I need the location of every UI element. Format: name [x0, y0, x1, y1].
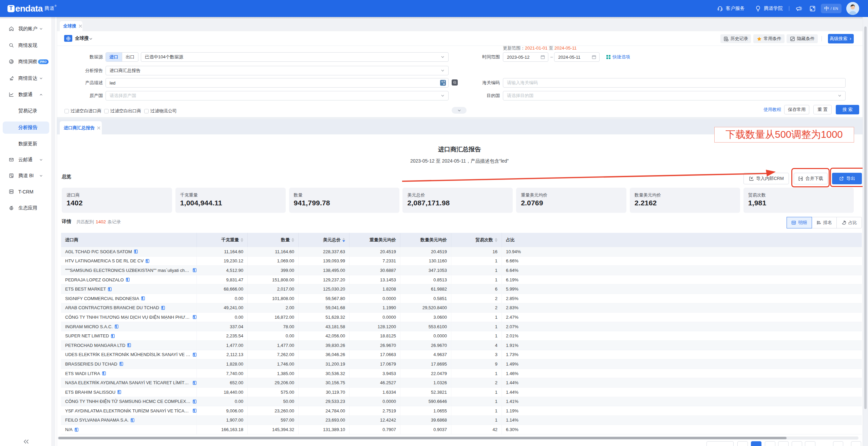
column-header[interactable]: 数量 — [248, 233, 299, 247]
table-row[interactable]: """SAMSUNG ELECTRONICS UZBEKISTAN"" mas`… — [61, 266, 862, 275]
origin-country-select[interactable]: 请选择原产国 — [106, 91, 449, 100]
company-detail-icon[interactable] — [115, 324, 118, 329]
sidebar-scrollbar[interactable] — [51, 17, 55, 446]
column-header[interactable]: 重量美元均价 — [350, 233, 400, 247]
table-row[interactable]: HTV LATINOAMERICA S DE RL DE CV 19,230.1… — [61, 257, 862, 266]
sidebar-item-cloud-mail[interactable]: 云邮通 — [0, 154, 51, 166]
table-row[interactable]: FEILO SYLVANIA PANAMA S.A. 1,907.00 597.… — [61, 416, 862, 425]
hs-code-input[interactable]: 请输入海关编码 — [503, 78, 846, 88]
vertical-scrollbar-thumb[interactable] — [864, 26, 867, 409]
table-row[interactable]: INGRAM MICRO S.A.C. 337.04 78.00 43,181.… — [61, 322, 862, 332]
sidebar-item-tendata-bi[interactable]: 腾道 BI — [0, 170, 51, 182]
company-detail-icon[interactable] — [134, 249, 138, 254]
language-switch[interactable]: 中 / EN — [821, 4, 842, 13]
table-row[interactable]: SUPER NET LIMITED 2,235.54 0.00 42,056.0… — [61, 331, 862, 341]
company-detail-icon[interactable] — [117, 390, 121, 394]
sort-icon[interactable] — [241, 238, 243, 242]
view-share[interactable]: 占比 — [836, 217, 862, 228]
sidebar-item-t-crm[interactable]: T-CRM — [0, 186, 51, 198]
table-row[interactable]: BRASSERIES DU TCHAD 1,828.00 1,746.00 31… — [61, 359, 862, 369]
column-header[interactable]: 占比 — [502, 233, 862, 247]
report-type-select[interactable]: 进口商汇总报告 — [106, 66, 449, 75]
company-detail-icon[interactable] — [141, 296, 145, 300]
table-row[interactable]: AGL TCHAD P/C SOGEA SATOM 11,164.60 11,1… — [61, 247, 862, 257]
table-row[interactable]: UDES ELEKTRİK ELEKTRONİK MÜHENDİSLİK SAN… — [61, 350, 862, 360]
company-detail-icon[interactable] — [119, 362, 123, 366]
company-detail-icon[interactable] — [161, 306, 165, 310]
checkbox-filter-blank-importer[interactable]: 过滤空白进口商 — [64, 109, 101, 113]
pagination-next-button[interactable] — [851, 441, 861, 446]
sidebar-item-biz-insight[interactable]: 商情洞察 PRO — [0, 56, 51, 68]
pagination-last-page[interactable] — [833, 441, 843, 446]
tab-importer-summary-report[interactable]: 进口商汇总报告 — [60, 121, 102, 134]
checkbox-filter-logistics[interactable]: 过滤物流公司 — [144, 109, 177, 113]
import-to-crm-button[interactable]: 导入内部CRM — [743, 173, 789, 184]
tendata-logo[interactable]: Tendata腾道® — [7, 0, 57, 17]
table-row[interactable]: CÔNG TY TNHH THƯƠNG MẠI DỊCH VỤ ĐIỆN MẠN… — [61, 313, 862, 322]
company-detail-icon[interactable] — [108, 287, 112, 291]
table-row[interactable]: PEDRAJA LOPEZ GONZALO 9,831.47 151,808.0… — [61, 275, 862, 285]
column-header[interactable]: 数量美元均价 — [400, 233, 451, 247]
fullscreen-button[interactable] — [810, 6, 815, 12]
tutorial-link[interactable]: 使用教程 — [763, 105, 781, 114]
company-detail-icon[interactable] — [111, 334, 115, 338]
sort-icon[interactable] — [342, 238, 345, 242]
tab-global-search[interactable]: 全球搜 — [60, 21, 82, 31]
pagination-page-4[interactable] — [792, 441, 802, 446]
pagination-prev-button[interactable] — [737, 441, 748, 446]
favorite-conditions-button[interactable]: 常用条件 — [753, 34, 785, 43]
academy-link[interactable]: 腾道学院 — [755, 5, 783, 12]
merge-download-button[interactable]: 合并下载 — [794, 173, 828, 184]
company-detail-icon[interactable] — [127, 343, 131, 347]
advanced-search-button[interactable]: 高级搜索 — [828, 34, 854, 43]
table-row[interactable]: ETS WADI LITRA 7,740.00 1,385.00 30,536.… — [61, 369, 862, 378]
sidebar-item-trade-records[interactable]: 贸易记录 — [0, 105, 51, 117]
date-from-input[interactable]: 2023-05-12 — [503, 52, 548, 62]
sidebar-item-data-updates[interactable]: 数据更新 — [0, 138, 51, 150]
company-detail-icon[interactable] — [193, 268, 196, 272]
save-conditions-button[interactable]: 保存常用 — [784, 105, 809, 114]
view-detail[interactable]: 明细 — [787, 217, 812, 228]
toggle-export[interactable]: 出口 — [122, 53, 138, 61]
company-detail-icon[interactable] — [146, 259, 149, 263]
company-detail-icon[interactable] — [193, 381, 196, 385]
announcements-button[interactable] — [795, 5, 802, 12]
company-detail-icon[interactable] — [131, 418, 134, 422]
sidebar-item-biz-radar[interactable]: 商情雷达 — [0, 72, 51, 85]
pagination-page-5[interactable] — [805, 441, 815, 446]
sidebar-item-my-account[interactable]: 我的账户 — [0, 23, 51, 35]
pagination-page-3[interactable] — [778, 441, 789, 446]
sort-icon[interactable] — [291, 238, 294, 242]
vertical-scrollbar[interactable] — [863, 17, 868, 446]
checkbox[interactable] — [64, 109, 69, 113]
table-row[interactable]: ARAB CONTRACTORS BRANCHE DU TCHAD 49,241… — [61, 303, 862, 313]
company-detail-icon[interactable] — [193, 409, 196, 413]
export-button[interactable]: 导出 — [832, 173, 862, 184]
toggle-import[interactable]: 进口 — [106, 53, 122, 61]
history-button[interactable]: 历史记录 — [720, 34, 751, 43]
module-title[interactable]: 全球搜 — [75, 35, 89, 41]
synonym-icon[interactable] — [452, 79, 458, 86]
checkbox[interactable] — [104, 109, 109, 113]
destination-country-select[interactable]: 请选择目的国 — [503, 91, 846, 100]
horizontal-scrollbar-thumb[interactable] — [58, 437, 787, 439]
sidebar-collapse-icon[interactable] — [23, 439, 29, 444]
close-icon[interactable] — [97, 126, 100, 130]
close-icon[interactable] — [79, 24, 82, 28]
quick-options-link[interactable]: 快捷选项 — [606, 52, 630, 62]
sidebar-item-analysis-reports[interactable]: 分析报告 — [0, 122, 51, 134]
checkbox-filter-blank-exporter[interactable]: 过滤空白出口商 — [104, 109, 141, 113]
column-header[interactable]: 千克重量 — [197, 233, 248, 247]
company-detail-icon[interactable] — [193, 315, 196, 319]
datasource-select[interactable]: 已选中104个数据源 — [141, 52, 449, 62]
company-detail-icon[interactable] — [193, 399, 196, 404]
table-row[interactable]: NASA ELEKTRİK AYDINLATMA SANAYİ VE TİCAR… — [61, 378, 862, 388]
table-row[interactable]: PETROCHAD MANGARA LTD 1,477.00 1,477.00 … — [61, 341, 862, 350]
avatar[interactable] — [846, 2, 859, 15]
search-button[interactable]: 搜 索 — [836, 105, 859, 114]
product-desc-input[interactable]: led — [106, 78, 449, 88]
sort-icon[interactable] — [495, 238, 497, 242]
company-detail-icon[interactable] — [126, 278, 130, 282]
company-detail-icon[interactable] — [75, 428, 78, 432]
column-header[interactable]: 美元总价 — [299, 233, 350, 247]
